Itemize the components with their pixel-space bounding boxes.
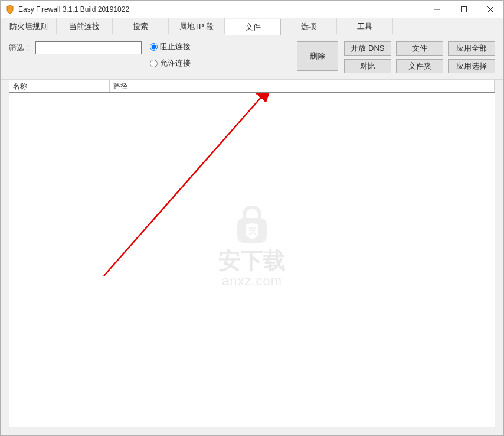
app-window: Easy Firewall 3.1.1 Build 20191022 防火墙规则… bbox=[0, 0, 504, 436]
tab-search[interactable]: 搜索 bbox=[113, 18, 169, 34]
watermark-icon: 安 bbox=[231, 206, 273, 249]
apply-selected-button[interactable]: 应用选择 bbox=[448, 59, 495, 73]
radio-allow-connection[interactable] bbox=[150, 60, 158, 67]
watermark: 安 安下载 anxz.com bbox=[218, 206, 286, 289]
tab-options[interactable]: 选项 bbox=[281, 18, 337, 34]
watermark-subtext: anxz.com bbox=[218, 274, 286, 289]
svg-rect-3 bbox=[461, 6, 466, 12]
svg-text:安: 安 bbox=[248, 226, 256, 235]
tab-firewall-rules[interactable]: 防火墙规则 bbox=[1, 18, 57, 34]
window-controls bbox=[424, 1, 503, 18]
tab-bar: 防火墙规则 当前连接 搜索 属地 IP 段 文件 选项 工具 bbox=[1, 18, 503, 34]
compare-button[interactable]: 对比 bbox=[344, 59, 391, 73]
table-header: 名称 路径 bbox=[9, 80, 495, 93]
open-dns-button[interactable]: 开放 DNS bbox=[344, 41, 391, 56]
radio-block-label[interactable]: 阻止连接 bbox=[160, 41, 191, 52]
filter-label: 筛选： bbox=[9, 43, 32, 53]
app-icon bbox=[5, 5, 15, 14]
column-path[interactable]: 路径 bbox=[110, 80, 482, 92]
tab-current-connections[interactable]: 当前连接 bbox=[57, 18, 113, 34]
table-body[interactable]: 安 安下载 anxz.com bbox=[9, 93, 495, 427]
folder-button[interactable]: 文件夹 bbox=[396, 59, 443, 73]
window-title: Easy Firewall 3.1.1 Build 20191022 bbox=[18, 5, 424, 14]
button-grid: 开放 DNS 文件 应用全部 对比 文件夹 应用选择 bbox=[344, 41, 495, 73]
radio-section: 阻止连接 允许连接 bbox=[150, 41, 191, 69]
column-name[interactable]: 名称 bbox=[9, 80, 110, 92]
tab-ip-range[interactable]: 属地 IP 段 bbox=[169, 18, 225, 34]
toolbar: 筛选： 阻止连接 允许连接 删除 开放 DNS 文件 应用全部 对比 文件夹 应… bbox=[1, 34, 503, 80]
svg-point-0 bbox=[8, 7, 9, 8]
apply-all-button[interactable]: 应用全部 bbox=[448, 41, 495, 56]
tab-tools[interactable]: 工具 bbox=[337, 18, 393, 34]
filter-section: 筛选： bbox=[9, 41, 142, 54]
file-button[interactable]: 文件 bbox=[396, 41, 443, 56]
radio-block-connection[interactable] bbox=[150, 43, 158, 51]
close-button[interactable] bbox=[477, 1, 503, 18]
svg-rect-6 bbox=[237, 218, 267, 243]
annotation-arrow bbox=[9, 93, 497, 430]
minimize-button[interactable] bbox=[424, 1, 450, 18]
tab-files[interactable]: 文件 bbox=[225, 19, 281, 35]
svg-point-1 bbox=[11, 7, 12, 8]
content-area: 名称 路径 安 安下载 anxz.com bbox=[1, 80, 503, 435]
svg-line-9 bbox=[104, 93, 270, 276]
maximize-button[interactable] bbox=[450, 1, 477, 18]
watermark-text: 安下载 bbox=[218, 246, 286, 276]
radio-allow-label[interactable]: 允许连接 bbox=[160, 58, 191, 69]
titlebar: Easy Firewall 3.1.1 Build 20191022 bbox=[1, 1, 503, 18]
filter-input[interactable] bbox=[35, 41, 142, 54]
delete-button[interactable]: 删除 bbox=[297, 41, 338, 71]
column-scroll-spacer bbox=[482, 80, 495, 92]
